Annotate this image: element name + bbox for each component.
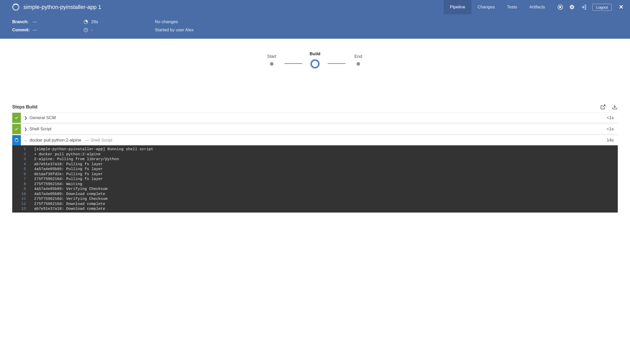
stage-end[interactable]: End — [346, 54, 371, 66]
stage-start[interactable]: Start — [259, 54, 284, 66]
stage-build[interactable]: Build — [302, 51, 328, 68]
steps-title: Steps Build — [12, 104, 37, 110]
console-line: 4ab7e51e37a18: Pulling fs layer — [12, 162, 618, 167]
line-text: [simple-python-pyinstaller-app] Running … — [34, 147, 618, 152]
stage-label: End — [354, 54, 362, 59]
console-line: 54a57a4e05b89: Pulling fs layer — [12, 167, 618, 172]
line-text: 275f7596216d: Pulling fs layer — [34, 177, 618, 182]
chevron-right-icon: ❯ — [21, 127, 28, 131]
line-number: 11 — [12, 197, 34, 202]
check-icon — [12, 124, 21, 134]
step-row[interactable]: ⌄ docker pull python:2-alpine — Shell Sc… — [12, 135, 618, 145]
line-text: 275f7596216d: Waiting — [34, 182, 618, 187]
nav-tabs: Pipeline Changes Tests Artifacts — [444, 0, 551, 14]
step-title: General SCM — [30, 115, 56, 120]
commit-label: Commit: — [12, 27, 33, 33]
stage-label: Start — [267, 54, 276, 59]
spinner-icon — [12, 135, 21, 145]
line-text: de1aaf39fd2e: Pulling fs layer — [34, 172, 618, 177]
branch-value: — — [33, 19, 84, 24]
line-number: 3 — [12, 157, 34, 162]
stage-label: Build — [310, 51, 321, 57]
line-number: 6 — [12, 172, 34, 177]
step-row[interactable]: ❯ Shell Script <1s — [12, 124, 618, 134]
stage-node-running-icon — [311, 60, 319, 68]
topbar: simple-python-pyinstaller-app 1 Pipeline… — [0, 0, 630, 14]
line-number: 10 — [12, 192, 34, 197]
line-number: 5 — [12, 167, 34, 172]
line-text: ab7e51e37a18: Download complete — [34, 206, 618, 212]
clock-icon — [84, 28, 88, 32]
step-time: 14s — [607, 138, 618, 143]
stage-connector — [284, 63, 302, 64]
check-icon — [12, 113, 21, 123]
console-line: 13ab7e51e37a18: Download complete — [12, 206, 618, 212]
duration-icon — [84, 20, 88, 24]
stage-node-icon — [270, 62, 273, 66]
duration-value: 28s — [91, 19, 98, 24]
line-number: 1 — [12, 147, 34, 152]
steps-list: ❯ General SCM <1s ❯ Shell Script <1s ⌄ d… — [12, 113, 618, 213]
open-external-icon[interactable] — [600, 104, 606, 110]
line-text: 4a57a4e05b89: Pulling fs layer — [34, 167, 618, 172]
console-line: 6de1aaf39fd2e: Pulling fs layer — [12, 172, 618, 177]
step-row[interactable]: ❯ General SCM <1s — [12, 113, 618, 123]
stop-icon[interactable] — [557, 4, 563, 10]
line-number: 12 — [12, 202, 34, 207]
svg-rect-1 — [559, 6, 561, 8]
chevron-right-icon: ❯ — [21, 116, 28, 120]
line-number: 4 — [12, 162, 34, 167]
console-line: 12275f7596216d: Download complete — [12, 202, 618, 207]
tab-pipeline[interactable]: Pipeline — [444, 0, 471, 14]
stage-connector — [328, 63, 346, 64]
line-number: 9 — [12, 187, 34, 192]
line-text: 275f7596216d: Download complete — [34, 202, 618, 207]
step-time: <1s — [607, 115, 618, 120]
step-time: <1s — [607, 127, 618, 132]
console-line: 1[simple-python-pyinstaller-app] Running… — [12, 147, 618, 152]
console-line: 94a57a4e05b89: Verifying Checksum — [12, 187, 618, 192]
console-line: 7275f7596216d: Pulling fs layer — [12, 177, 618, 182]
console-output: 1[simple-python-pyinstaller-app] Running… — [12, 145, 618, 213]
branch-label: Branch: — [12, 19, 33, 24]
download-icon[interactable] — [612, 104, 618, 110]
line-number: 8 — [12, 182, 34, 187]
line-number: 2 — [12, 152, 34, 157]
console-line: 11275f7596216d: Verifying Checksum — [12, 197, 618, 202]
step-title: docker pull python:2-alpine — [30, 138, 81, 143]
started-by-text: Started by user Alex — [155, 27, 194, 33]
line-text: + docker pull python:2-alpine — [34, 152, 618, 157]
line-text: ab7e51e37a18: Pulling fs layer — [34, 162, 618, 167]
chevron-down-icon: ⌄ — [21, 138, 28, 142]
tab-changes[interactable]: Changes — [471, 0, 501, 14]
console-line: 32-alpine: Pulling from library/python — [12, 157, 618, 162]
step-subtitle: — Shell Script — [85, 138, 112, 143]
changes-text: No changes — [155, 19, 178, 24]
page-title: simple-python-pyinstaller-app 1 — [23, 4, 101, 10]
stage-view: Start Build End — [0, 39, 630, 104]
line-text: 4a57a4e05b89: Verifying Checksum — [34, 187, 618, 192]
tab-artifacts[interactable]: Artifacts — [523, 0, 551, 14]
queued-value: - — [91, 27, 93, 33]
line-number: 7 — [12, 177, 34, 182]
run-meta: Branch: — 28s No changes Commit: — - Sta… — [0, 14, 630, 39]
tab-tests[interactable]: Tests — [501, 0, 523, 14]
console-line: 104a57a4e05b89: Download complete — [12, 192, 618, 197]
exit-icon[interactable] — [581, 4, 587, 10]
step-title: Shell Script — [30, 127, 51, 131]
gear-icon[interactable] — [569, 4, 575, 10]
line-text: 2-alpine: Pulling from library/python — [34, 157, 618, 162]
svg-line-5 — [602, 105, 605, 107]
line-number: 13 — [12, 206, 34, 212]
line-text: 275f7596216d: Verifying Checksum — [34, 197, 618, 202]
console-line: 2+ docker pull python:2-alpine — [12, 152, 618, 157]
close-icon[interactable]: ✕ — [617, 4, 625, 10]
logo-icon — [12, 4, 19, 11]
line-text: 4a57a4e05b89: Download complete — [34, 192, 618, 197]
logout-button[interactable]: Logout — [592, 4, 612, 11]
console-line: 8275f7596216d: Waiting — [12, 182, 618, 187]
commit-value: — — [33, 27, 84, 33]
stage-node-icon — [357, 62, 360, 66]
